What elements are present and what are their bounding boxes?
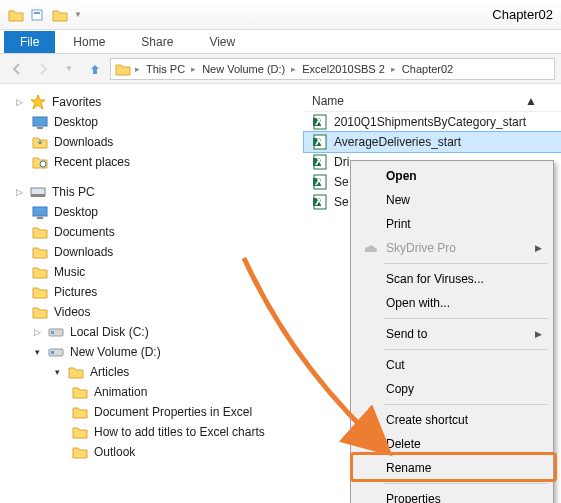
nav-tree: ▷Favorites Desktop Downloads Recent plac… — [0, 84, 294, 497]
file-name: 2010Q1ShipmentsByCategory_start — [334, 115, 526, 129]
folder-icon — [115, 62, 131, 76]
menu-copy[interactable]: Copy — [354, 377, 550, 401]
svg-text:X: X — [315, 134, 323, 148]
menu-new[interactable]: New — [354, 188, 550, 212]
tree-art-docprops[interactable]: Document Properties in Excel — [10, 402, 290, 422]
excel-file-icon: X — [312, 154, 328, 170]
file-name: Dri — [334, 155, 349, 169]
column-header-name[interactable]: Name ▲ — [304, 84, 561, 112]
menu-separator — [384, 404, 548, 405]
menu-sendto[interactable]: Send to▶ — [354, 322, 550, 346]
excel-file-icon: X — [312, 114, 328, 130]
menu-separator — [384, 263, 548, 264]
expander-open-icon[interactable]: ▾ — [32, 347, 42, 357]
skydrive-icon — [360, 239, 378, 257]
svg-rect-1 — [34, 12, 40, 14]
svg-rect-2 — [33, 117, 47, 126]
tree-pc-localdisk[interactable]: ▷Local Disk (C:) — [10, 322, 290, 342]
menu-rename[interactable]: Rename — [354, 456, 550, 480]
tab-share[interactable]: Share — [123, 31, 191, 53]
svg-text:X: X — [315, 194, 323, 208]
file-row[interactable]: X 2010Q1ShipmentsByCategory_start — [304, 112, 561, 132]
chevron-right-icon[interactable]: ▸ — [389, 64, 398, 74]
qa-dropdown-icon[interactable]: ▼ — [74, 10, 82, 19]
svg-rect-12 — [51, 351, 54, 354]
sort-asc-icon[interactable]: ▲ — [521, 94, 541, 108]
expander-icon[interactable]: ▷ — [14, 187, 24, 197]
tree-fav-recent[interactable]: Recent places — [10, 152, 290, 172]
svg-rect-3 — [37, 127, 43, 129]
crumb-thispc[interactable]: This PC — [142, 63, 189, 75]
tree-pc-desktop[interactable]: Desktop — [10, 202, 290, 222]
svg-text:X: X — [315, 154, 323, 168]
expander-open-icon[interactable]: ▾ — [52, 367, 62, 377]
menu-open[interactable]: Open — [354, 164, 550, 188]
tree-art-animation[interactable]: Animation — [10, 382, 290, 402]
menu-openwith[interactable]: Open with... — [354, 291, 550, 315]
submenu-arrow-icon: ▶ — [535, 329, 542, 339]
chevron-right-icon[interactable]: ▸ — [289, 64, 298, 74]
tree-articles[interactable]: ▾Articles — [10, 362, 290, 382]
excel-file-icon: X — [312, 174, 328, 190]
menu-scan[interactable]: Scan for Viruses... — [354, 267, 550, 291]
menu-shortcut[interactable]: Create shortcut — [354, 408, 550, 432]
crumb-chapter[interactable]: Chapter02 — [398, 63, 457, 75]
tree-art-howto[interactable]: How to add titles to Excel charts — [10, 422, 290, 442]
chevron-right-icon[interactable]: ▸ — [133, 64, 142, 74]
context-menu: Open New Print SkyDrive Pro▶ Scan for Vi… — [350, 160, 554, 503]
file-name: Se — [334, 175, 349, 189]
tree-fav-desktop[interactable]: Desktop — [10, 112, 290, 132]
menu-properties[interactable]: Properties — [354, 487, 550, 503]
file-name: AverageDeliveries_start — [334, 135, 461, 149]
menu-separator — [384, 349, 548, 350]
svg-point-4 — [40, 161, 46, 167]
menu-print[interactable]: Print — [354, 212, 550, 236]
excel-file-icon: X — [312, 134, 328, 150]
tree-thispc[interactable]: ▷This PC — [10, 182, 290, 202]
tab-home[interactable]: Home — [55, 31, 123, 53]
menu-delete[interactable]: Delete — [354, 432, 550, 456]
nav-up-button[interactable] — [84, 58, 106, 80]
excel-file-icon: X — [312, 194, 328, 210]
crumb-newvol[interactable]: New Volume (D:) — [198, 63, 289, 75]
svg-text:X: X — [315, 114, 323, 128]
tree-pc-documents[interactable]: Documents — [10, 222, 290, 242]
tree-pc-newvolume[interactable]: ▾New Volume (D:) — [10, 342, 290, 362]
file-name: Se — [334, 195, 349, 209]
nav-forward-button[interactable] — [32, 58, 54, 80]
breadcrumb[interactable]: ▸ This PC ▸ New Volume (D:) ▸ Excel2010S… — [110, 58, 555, 80]
file-row-selected[interactable]: X AverageDeliveries_start — [304, 132, 561, 152]
ribbon-tabs: File Home Share View — [0, 30, 561, 54]
qa-newfolder-icon[interactable] — [52, 8, 68, 22]
crumb-excel[interactable]: Excel2010SBS 2 — [298, 63, 389, 75]
tree-pc-music[interactable]: Music — [10, 262, 290, 282]
svg-rect-8 — [37, 217, 43, 219]
svg-rect-0 — [32, 10, 42, 20]
tree-fav-downloads[interactable]: Downloads — [10, 132, 290, 152]
tree-pc-downloads[interactable]: Downloads — [10, 242, 290, 262]
menu-cut[interactable]: Cut — [354, 353, 550, 377]
svg-text:X: X — [315, 174, 323, 188]
window-title: Chapter02 — [492, 7, 553, 22]
tab-file[interactable]: File — [4, 31, 55, 53]
chevron-right-icon[interactable]: ▸ — [189, 64, 198, 74]
qa-properties-icon[interactable] — [30, 8, 46, 22]
menu-separator — [384, 318, 548, 319]
menu-skydrive[interactable]: SkyDrive Pro▶ — [354, 236, 550, 260]
submenu-arrow-icon: ▶ — [535, 243, 542, 253]
expander-icon[interactable]: ▷ — [32, 327, 42, 337]
title-bar: ▼ Chapter02 — [0, 0, 561, 30]
menu-separator — [384, 483, 548, 484]
nav-back-button[interactable] — [6, 58, 28, 80]
tree-pc-videos[interactable]: Videos — [10, 302, 290, 322]
svg-rect-7 — [33, 207, 47, 216]
nav-recent-dropdown[interactable]: ▼ — [58, 58, 80, 80]
tab-view[interactable]: View — [191, 31, 253, 53]
tree-art-outlook[interactable]: Outlook — [10, 442, 290, 462]
folder-small-icon — [8, 8, 24, 22]
svg-rect-10 — [51, 331, 54, 334]
expander-icon[interactable]: ▷ — [14, 97, 24, 107]
address-bar: ▼ ▸ This PC ▸ New Volume (D:) ▸ Excel201… — [0, 54, 561, 84]
tree-pc-pictures[interactable]: Pictures — [10, 282, 290, 302]
tree-favorites[interactable]: ▷Favorites — [10, 92, 290, 112]
